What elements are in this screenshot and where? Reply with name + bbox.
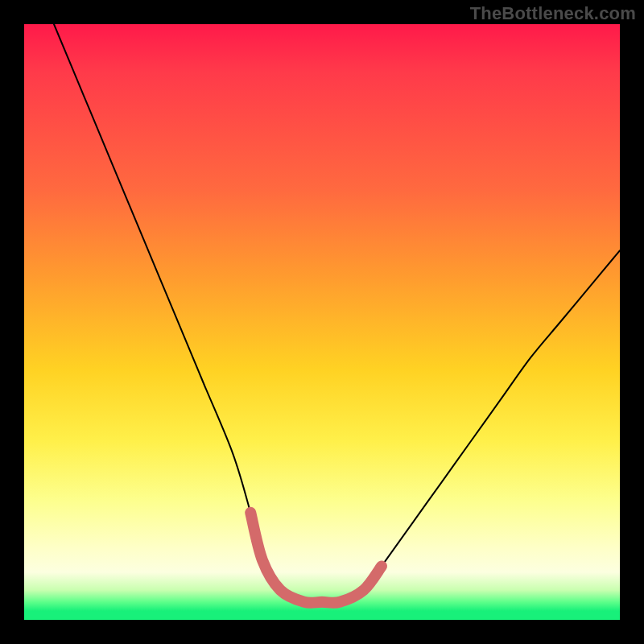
optimal-band bbox=[250, 513, 382, 603]
plot-area bbox=[24, 24, 620, 620]
watermark-text: TheBottleneck.com bbox=[470, 3, 636, 24]
bottleneck-curve bbox=[54, 24, 620, 603]
curves-svg bbox=[24, 24, 620, 620]
chart-frame: TheBottleneck.com bbox=[0, 0, 644, 644]
